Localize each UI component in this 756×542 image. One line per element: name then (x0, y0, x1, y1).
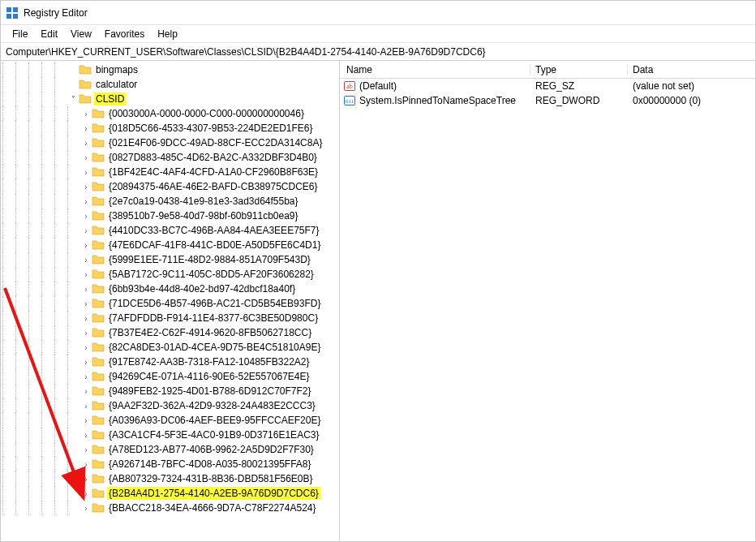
chevron-right-icon[interactable]: › (80, 139, 92, 148)
menu-edit[interactable]: Edit (34, 27, 64, 41)
tree-label: {4410DC33-BC7C-496B-AA84-4AEA3EEE75F7} (107, 224, 321, 237)
chevron-right-icon[interactable]: › (80, 153, 92, 162)
tree-label: {20894375-46AE-46E2-BAFD-CB38975CDCE6} (107, 180, 320, 193)
folder-icon (92, 429, 105, 441)
tree-item-clsid-child[interactable]: ›{6bb93b4e-44d8-40e2-bd97-42dbcf18a40f} (2, 282, 339, 296)
tree-label: {6bb93b4e-44d8-40e2-bd97-42dbcf18a40f} (107, 282, 297, 295)
value-row[interactable]: ab(Default)REG_SZ(value not set) (340, 79, 755, 93)
tree-item-clsid-child[interactable]: ›{4410DC33-BC7C-496B-AA84-4AEA3EEE75F7} (2, 223, 339, 238)
tree-label: {47E6DCAF-41F8-441C-BD0E-A50D5FE6C4D1} (107, 239, 322, 252)
tree-label: {021E4F06-9DCC-49AD-88CF-ECC2DA314C8A} (107, 136, 324, 149)
folder-icon (92, 152, 105, 163)
value-data: (value not set) (628, 80, 755, 92)
tree-item-clsid-child[interactable]: ›{7AFDFDDB-F914-11E4-8377-6C3BE50D980C} (2, 311, 339, 325)
tree-label: {1BF42E4C-4AF4-4CFD-A1A0-CF2960B8F63E} (107, 166, 320, 179)
chevron-right-icon[interactable]: › (80, 372, 92, 381)
tree-item-clsid-child[interactable]: ›{9489FEB2-1925-4D01-B788-6D912C70F7F2} (2, 384, 339, 398)
chevron-right-icon[interactable]: › (80, 431, 92, 440)
expander-icon[interactable]: ˅ (67, 95, 79, 104)
tree-item-clsid-child[interactable]: ›{A926714B-7BFC-4D08-A035-80021395FFA8} (2, 457, 339, 471)
menu-file[interactable]: File (6, 27, 34, 41)
folder-icon (92, 137, 105, 148)
chevron-right-icon[interactable]: › (80, 299, 92, 308)
tree-item-clsid-child[interactable]: ›{20894375-46AE-46E2-BAFD-CB38975CDCE6} (2, 179, 339, 194)
tree-item-clsid-child[interactable]: ›{5999E1EE-711E-48D2-9884-851A709F543D} (2, 252, 339, 267)
value-row[interactable]: 011System.IsPinnedToNameSpaceTreeREG_DWO… (340, 93, 755, 108)
chevron-right-icon[interactable]: › (80, 504, 92, 513)
tree-label: calculator (94, 78, 139, 91)
tree-item-clsid[interactable]: ˅CLSID (2, 92, 339, 106)
tree-label: {5999E1EE-711E-48D2-9884-851A709F543D} (107, 253, 312, 266)
tree-label: {389510b7-9e58-40d7-98bf-60b911cb0ea9} (107, 209, 300, 222)
registry-tree: bingmapscalculator˅CLSID›{0003000A-0000-… (1, 61, 339, 517)
tree-item-clsid-child[interactable]: ›{82CA8DE3-01AD-4CEA-9D75-BE4C51810A9E} (2, 340, 339, 355)
chevron-right-icon[interactable]: › (80, 314, 92, 323)
svg-rect-1 (13, 7, 18, 12)
menu-view[interactable]: View (64, 27, 98, 41)
chevron-right-icon[interactable]: › (80, 168, 92, 177)
tree-item-clsid-child[interactable]: ›{021E4F06-9DCC-49AD-88CF-ECC2DA314C8A} (2, 136, 339, 150)
tree-item-clsid-child[interactable]: ›{71DCE5D6-4B57-496B-AC21-CD5B54EB93FD} (2, 296, 339, 311)
tree-item-clsid-child[interactable]: ›{BBACC218-34EA-4666-9D7A-C78F2274A524} (2, 501, 339, 515)
chevron-right-icon[interactable]: › (80, 416, 92, 425)
chevron-right-icon[interactable]: › (80, 475, 92, 484)
chevron-right-icon[interactable]: › (80, 256, 92, 265)
tree-item-clsid-child[interactable]: ›{A78ED123-AB77-406B-9962-2A5D9D2F7F30} (2, 442, 339, 457)
address-bar[interactable]: Computer\HKEY_CURRENT_USER\Software\Clas… (1, 43, 755, 61)
chevron-right-icon[interactable]: › (80, 489, 92, 498)
titlebar: Registry Editor (1, 1, 755, 25)
chevron-right-icon[interactable]: › (80, 343, 92, 352)
tree-label: {71DCE5D6-4B57-496B-AC21-CD5B54EB93FD} (107, 297, 322, 310)
chevron-right-icon[interactable]: › (80, 358, 92, 367)
menu-favorites[interactable]: Favorites (98, 27, 151, 41)
tree-item-clsid-child[interactable]: ›{B2B4A4D1-2754-4140-A2EB-9A76D9D7CDC6} (2, 486, 339, 501)
tree-item-calculator[interactable]: calculator (2, 77, 339, 92)
column-header-type[interactable]: Type (530, 64, 628, 75)
tree-item-clsid-child[interactable]: ›{A0396A93-DC06-4AEF-BEE9-95FFCCAEF20E} (2, 413, 339, 428)
tree-item-clsid-child[interactable]: ›{389510b7-9e58-40d7-98bf-60b911cb0ea9} (2, 209, 339, 223)
chevron-right-icon[interactable]: › (80, 241, 92, 250)
tree-item-clsid-child[interactable]: ›{018D5C66-4533-4307-9B53-224DE2ED1FE6} (2, 121, 339, 136)
chevron-right-icon[interactable]: › (80, 285, 92, 294)
tree-label: {BBACC218-34EA-4666-9D7A-C78F2274A524} (107, 501, 318, 514)
folder-icon (79, 79, 92, 90)
binary-value-icon: 011 (343, 94, 356, 107)
tree-item-clsid-child[interactable]: ›{5AB7172C-9C11-405C-8DD5-AF20F3606282} (2, 267, 339, 282)
chevron-right-icon[interactable]: › (80, 402, 92, 411)
tree-item-clsid-child[interactable]: ›{0827D883-485C-4D62-BA2C-A332DBF3D4B0} (2, 150, 339, 165)
chevron-right-icon[interactable]: › (80, 460, 92, 469)
tree-item-clsid-child[interactable]: ›{917E8742-AA3B-7318-FA12-10485FB322A2} (2, 355, 339, 369)
tree-label: {82CA8DE3-01AD-4CEA-9D75-BE4C51810A9E} (107, 341, 323, 354)
tree-label: {7B37E4E2-C62F-4914-9620-8FB5062718CC} (107, 326, 313, 339)
tree-item-clsid-child[interactable]: ›{2e7c0a19-0438-41e9-81e3-3ad3d64f55ba} (2, 194, 339, 209)
chevron-right-icon[interactable]: › (80, 387, 92, 396)
tree-item-clsid-child[interactable]: ›{7B37E4E2-C62F-4914-9620-8FB5062718CC} (2, 325, 339, 340)
registry-editor-window: Registry Editor File Edit View Favorites… (0, 0, 756, 542)
tree-item-clsid-child[interactable]: ›{AB807329-7324-431B-8B36-DBD581F56E0B} (2, 471, 339, 486)
svg-rect-2 (6, 14, 11, 19)
chevron-right-icon[interactable]: › (80, 270, 92, 279)
chevron-right-icon[interactable]: › (80, 110, 92, 118)
tree-item-clsid-child[interactable]: ›{9AA2F32D-362A-42D9-9328-24A483E2CCC3} (2, 398, 339, 413)
tree-item-clsid-child[interactable]: ›{A3CA1CF4-5F3E-4AC0-91B9-0D3716E1EAC3} (2, 428, 339, 442)
tree-item-bingmaps[interactable]: bingmaps (2, 62, 339, 77)
column-header-data[interactable]: Data (628, 64, 755, 75)
chevron-right-icon[interactable]: › (80, 183, 92, 191)
chevron-right-icon[interactable]: › (80, 197, 92, 206)
menu-help[interactable]: Help (151, 27, 184, 41)
tree-item-clsid-child[interactable]: ›{47E6DCAF-41F8-441C-BD0E-A50D5FE6C4D1} (2, 238, 339, 252)
tree-item-clsid-child[interactable]: ›{0003000A-0000-0000-C000-000000000046} (2, 106, 339, 121)
folder-icon (92, 342, 105, 353)
chevron-right-icon[interactable]: › (80, 124, 92, 133)
chevron-right-icon[interactable]: › (80, 329, 92, 338)
tree-label: {94269C4E-071A-4116-90E6-52E557067E4E} (107, 370, 311, 383)
chevron-right-icon[interactable]: › (80, 212, 92, 221)
folder-icon (79, 93, 92, 105)
tree-item-clsid-child[interactable]: ›{94269C4E-071A-4116-90E6-52E557067E4E} (2, 369, 339, 384)
tree-pane[interactable]: bingmapscalculator˅CLSID›{0003000A-0000-… (1, 61, 340, 541)
chevron-right-icon[interactable]: › (80, 226, 92, 235)
app-icon (6, 6, 19, 19)
tree-item-clsid-child[interactable]: ›{1BF42E4C-4AF4-4CFD-A1A0-CF2960B8F63E} (2, 165, 339, 179)
column-header-name[interactable]: Name (340, 64, 530, 75)
chevron-right-icon[interactable]: › (80, 445, 92, 454)
